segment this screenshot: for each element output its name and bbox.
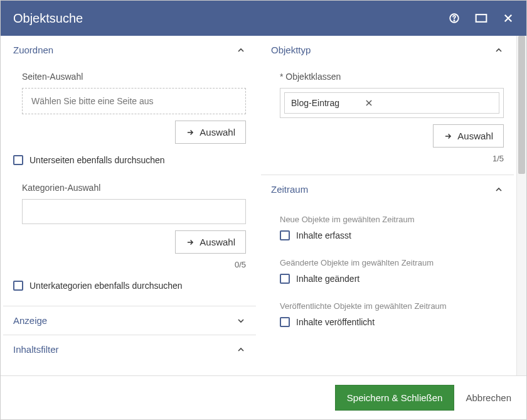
svg-rect-2 <box>476 14 487 22</box>
section-objekttyp: Objekttyp * Objektklassen Blog-Eintrag <box>261 36 514 175</box>
close-icon[interactable] <box>503 13 514 24</box>
unterseiten-checkbox-row[interactable]: Unterseiten ebenfalls durchsuchen <box>13 155 246 165</box>
seiten-label: Seiten-Auswahl <box>22 72 246 82</box>
section-header-inhaltsfilter[interactable]: Inhaltsfilter <box>3 335 256 363</box>
tag-remove-icon[interactable] <box>365 99 373 107</box>
chevron-up-icon <box>494 185 504 195</box>
section-header-objekttyp[interactable]: Objekttyp <box>261 36 514 64</box>
button-label: Auswahl <box>200 127 235 137</box>
objektklassen-auswahl-button[interactable]: Auswahl <box>433 124 504 148</box>
footer: Speichern & Schließen Abbrechen <box>1 375 526 419</box>
objektklassen-label: * Objektklassen <box>280 72 504 82</box>
section-zuordnen: Zuordnen Seiten-Auswahl Auswahl <box>3 36 256 306</box>
section-title: Zuordnen <box>13 45 53 55</box>
section-body-zeitraum: Neue Objekte im gewählten Zeitraum Inhal… <box>261 203 514 341</box>
geaenderte-objekte-label: Geänderte Objekte im gewählten Zeitraum <box>280 258 504 267</box>
checkbox-label: Unterseiten ebenfalls durchsuchen <box>29 155 165 165</box>
checkbox-icon <box>280 317 290 327</box>
section-title: Anzeige <box>13 315 47 326</box>
titlebar-actions <box>449 13 514 24</box>
help-icon[interactable] <box>449 13 460 24</box>
button-label: Auswahl <box>457 131 493 141</box>
right-column: Objekttyp * Objektklassen Blog-Eintrag <box>258 36 516 375</box>
section-body-objekttyp: * Objektklassen Blog-Eintrag <box>261 64 514 175</box>
dialog-title: Objektsuche <box>13 11 449 26</box>
titlebar: Objektsuche <box>1 1 526 36</box>
unterkategorien-checkbox-row[interactable]: Unterkategorien ebenfalls durchsuchen <box>13 281 246 291</box>
section-header-anzeige[interactable]: Anzeige <box>3 306 256 335</box>
objektklassen-input[interactable]: Blog-Eintrag <box>280 88 504 118</box>
section-title: Zeitraum <box>271 184 308 195</box>
chevron-up-icon <box>494 45 504 55</box>
kategorien-label: Kategorien-Auswahl <box>22 183 246 193</box>
chevron-down-icon <box>236 316 246 326</box>
chevron-up-icon <box>236 345 246 355</box>
section-title: Objekttyp <box>271 45 311 55</box>
checkbox-label: Inhalte veröffentlicht <box>296 317 375 327</box>
dialog: Objektsuche Zuordnen <box>0 0 527 420</box>
left-column: Zuordnen Seiten-Auswahl Auswahl <box>1 36 258 375</box>
checkbox-label: Unterkategorien ebenfalls durchsuchen <box>29 281 183 291</box>
kategorien-counter: 0/5 <box>22 260 246 269</box>
section-anzeige: Anzeige <box>3 306 256 335</box>
checkbox-icon <box>280 230 290 240</box>
scrollbar-thumb[interactable] <box>518 36 525 174</box>
neue-objekte-label: Neue Objekte im gewählten Zeitraum <box>280 215 504 224</box>
objektklassen-counter: 1/5 <box>280 154 504 163</box>
svg-point-1 <box>454 20 454 21</box>
tag-label: Blog-Eintrag <box>291 98 339 108</box>
content: Zuordnen Seiten-Auswahl Auswahl <box>1 36 526 375</box>
columns: Zuordnen Seiten-Auswahl Auswahl <box>1 36 516 375</box>
inhalte-geaendert-checkbox-row[interactable]: Inhalte geändert <box>280 274 504 284</box>
kategorien-input[interactable] <box>22 199 246 224</box>
inhalte-erfasst-checkbox-row[interactable]: Inhalte erfasst <box>280 230 504 240</box>
scrollbar[interactable] <box>516 36 526 375</box>
save-close-button[interactable]: Speichern & Schließen <box>335 385 455 411</box>
checkbox-icon <box>13 155 23 165</box>
checkbox-icon <box>280 274 290 284</box>
tag-blog-eintrag: Blog-Eintrag <box>284 92 499 114</box>
button-label: Auswahl <box>200 237 235 247</box>
seiten-input[interactable] <box>22 88 246 114</box>
section-title: Inhaltsfilter <box>13 344 59 355</box>
section-inhaltsfilter: Inhaltsfilter <box>3 335 256 363</box>
section-body-zuordnen: Seiten-Auswahl Auswahl Unterseiten ebenf… <box>3 64 256 306</box>
veroeff-objekte-label: Veröffentlichte Objekte im gewählten Zei… <box>280 301 504 311</box>
chevron-up-icon <box>236 45 246 55</box>
checkbox-icon <box>13 281 23 291</box>
section-header-zuordnen[interactable]: Zuordnen <box>3 36 256 64</box>
section-header-zeitraum[interactable]: Zeitraum <box>261 175 514 203</box>
seiten-auswahl-button[interactable]: Auswahl <box>175 121 246 144</box>
cancel-button[interactable]: Abbrechen <box>466 392 511 403</box>
checkbox-label: Inhalte erfasst <box>296 230 351 240</box>
kategorien-auswahl-button[interactable]: Auswahl <box>175 230 246 254</box>
maximize-icon[interactable] <box>475 13 487 23</box>
arrow-right-icon <box>186 128 194 137</box>
arrow-right-icon <box>444 132 452 141</box>
section-zeitraum: Zeitraum Neue Objekte im gewählten Zeitr… <box>261 175 514 341</box>
inhalte-veroeff-checkbox-row[interactable]: Inhalte veröffentlicht <box>280 317 504 327</box>
checkbox-label: Inhalte geändert <box>296 274 359 284</box>
arrow-right-icon <box>186 238 194 247</box>
